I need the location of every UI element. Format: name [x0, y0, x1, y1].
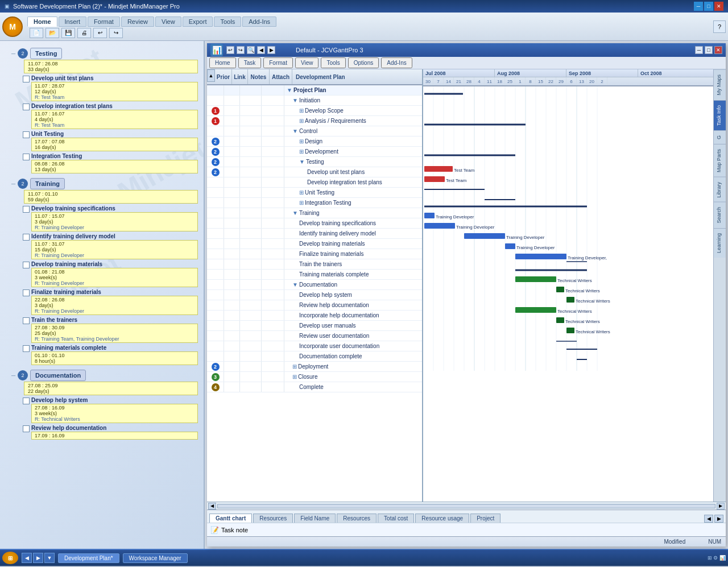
gantt-row-develop-scope[interactable]: 1 ⊞Develop Scope [207, 106, 422, 116]
gantt-row-training-specs[interactable]: Develop training specifications [207, 218, 422, 229]
gantt-task-rows[interactable]: ▼Project Plan ▼Initiation 1 [207, 85, 422, 502]
task-checkbox[interactable] [23, 398, 30, 404]
gantt-row-review-help[interactable]: Review help documentation [207, 300, 422, 311]
expand-icon[interactable]: ⊞ [299, 107, 304, 114]
gantt-row-initiation[interactable]: ▼Initiation [207, 96, 422, 106]
task-checkbox[interactable] [23, 289, 30, 296]
expand-icon[interactable]: ⊞ [299, 118, 304, 124]
gantt-row-incorporate-user-doc[interactable]: Incorporate user documentation [207, 341, 422, 351]
gantt-row-user-manuals[interactable]: Develop user manuals [207, 321, 422, 331]
testing-title[interactable]: Testing [30, 48, 62, 59]
right-tab-mymaps[interactable]: My Maps [714, 69, 726, 100]
btab-gantt-chart[interactable]: Gantt chart [209, 514, 252, 523]
task-checkbox[interactable] [23, 154, 30, 160]
taskbar-dev-plan[interactable]: Development Plan* [58, 553, 119, 563]
expand-icon[interactable]: ▼ [292, 282, 298, 288]
right-tab-mapparts[interactable]: Map Parts [714, 144, 726, 177]
right-tab-learning[interactable]: Learning [714, 228, 726, 258]
gantt-row-help-system[interactable]: Develop help system [207, 290, 422, 300]
right-tab-library[interactable]: Library [714, 177, 726, 202]
gantt-row-design[interactable]: 2 ⊞Design [207, 136, 422, 147]
expand-icon[interactable]: ▼ [299, 159, 305, 165]
bnav-prev[interactable]: ◀ [704, 515, 713, 523]
training-title[interactable]: Training [30, 178, 65, 189]
gantt-row-int-testing[interactable]: ⊞Integration Testing [207, 198, 422, 208]
gantt-tool-1[interactable]: ↩ [226, 46, 234, 54]
gantt-row-finalize-materials[interactable]: Finalize training materials [207, 249, 422, 259]
expand-icon[interactable]: ⊞ [299, 138, 304, 144]
gantt-tab-home[interactable]: Home [209, 57, 236, 68]
expand-icon[interactable]: ▼ [292, 128, 298, 134]
gantt-row-unit-test-plans[interactable]: 2 Develop unit test plans [207, 167, 422, 177]
gantt-tab-addins[interactable]: Add-Ins [381, 57, 412, 68]
gantt-row-delivery-model[interactable]: Identify training delivery model [207, 229, 422, 239]
tab-review[interactable]: Review [121, 16, 154, 27]
btab-resources-1[interactable]: Resources [253, 514, 293, 523]
btab-resource-usage[interactable]: Resource usage [415, 514, 469, 523]
expand-icon[interactable]: ⊞ [299, 200, 304, 206]
gantt-row-unit-testing[interactable]: ⊞Unit Testing [207, 188, 422, 198]
scroll-right-btn[interactable]: ▶ [717, 503, 725, 510]
tab-insert[interactable]: Insert [59, 16, 87, 27]
tool-new[interactable]: 📄 [30, 28, 43, 38]
gantt-row-project-plan[interactable]: ▼Project Plan [207, 85, 422, 96]
minimize-button[interactable]: ─ [694, 2, 703, 11]
expand-icon[interactable]: ▼ [292, 97, 298, 104]
gantt-scrollbar-h[interactable]: ◀ ▶ [207, 502, 726, 510]
gantt-row-incorporate-help[interactable]: Incorporate help documentation [207, 311, 422, 321]
gantt-tab-view[interactable]: View [295, 57, 319, 68]
task-checkbox[interactable] [23, 262, 30, 268]
tool-save[interactable]: 💾 [61, 28, 75, 38]
gantt-row-materials-complete[interactable]: Training materials complete [207, 270, 422, 280]
help-button[interactable]: ? [713, 20, 726, 33]
expand-icon[interactable]: ⊞ [299, 148, 304, 155]
tab-format[interactable]: Format [88, 16, 120, 27]
task-checkbox[interactable] [23, 131, 30, 138]
task-checkbox[interactable] [23, 317, 30, 324]
gantt-tool-5[interactable]: ▶ [267, 46, 275, 54]
tab-home[interactable]: Home [27, 16, 57, 27]
bnav-next[interactable]: ▶ [714, 515, 723, 523]
testing-collapse[interactable]: ─ [11, 51, 15, 57]
expand-icon[interactable]: ⊞ [292, 363, 297, 370]
gantt-row-deployment[interactable]: 2 ⊞Deployment [207, 362, 422, 372]
expand-icon[interactable]: ▼ [287, 87, 292, 93]
gantt-row-control[interactable]: ▼Control [207, 126, 422, 136]
tab-export[interactable]: Export [183, 16, 213, 27]
tool-undo[interactable]: ↩ [93, 28, 107, 38]
expand-icon[interactable]: ⊞ [292, 374, 297, 380]
gantt-row-train-trainers[interactable]: Train the trainers [207, 259, 422, 270]
btab-project[interactable]: Project [470, 514, 500, 523]
btab-total-cost[interactable]: Total cost [378, 514, 414, 523]
task-checkbox[interactable] [23, 234, 30, 241]
gantt-row-training-section[interactable]: ▼Training [207, 208, 422, 218]
gantt-row-documentation[interactable]: ▼Documentation [207, 280, 422, 290]
taskbar-workspace[interactable]: Workspace Manager [123, 553, 188, 563]
documentation-title[interactable]: Documentation [30, 370, 86, 381]
gantt-max-btn[interactable]: □ [705, 46, 713, 54]
nav-down[interactable]: ▼ [44, 553, 55, 563]
tool-open[interactable]: 📂 [46, 28, 59, 38]
gantt-row-doc-complete[interactable]: Documentation complete [207, 351, 422, 362]
nav-fwd[interactable]: ▶ [33, 553, 43, 563]
tab-tools[interactable]: Tools [214, 16, 241, 27]
task-checkbox[interactable] [23, 206, 30, 213]
expand-icon[interactable]: ▼ [292, 210, 298, 216]
btab-resources-2[interactable]: Resources [337, 514, 377, 523]
gantt-tool-4[interactable]: ◀ [257, 46, 265, 54]
gantt-row-testing-section[interactable]: 2 ▼Testing [207, 157, 422, 167]
scrollbar-track[interactable] [217, 504, 715, 508]
tab-view[interactable]: View [155, 16, 181, 27]
btab-field-name[interactable]: Field Name [294, 514, 336, 523]
gantt-row-review-user-doc[interactable]: Review user documentation [207, 331, 422, 341]
gantt-tool-2[interactable]: ↪ [237, 46, 245, 54]
gantt-close-btn[interactable]: ✕ [714, 46, 722, 54]
gantt-row-develop-materials[interactable]: Develop training materials [207, 239, 422, 249]
gantt-tab-options[interactable]: Options [348, 57, 379, 68]
task-checkbox[interactable] [23, 104, 30, 110]
right-tab-search[interactable]: Search [714, 202, 726, 228]
gantt-min-btn[interactable]: ─ [695, 46, 703, 54]
tab-addins[interactable]: Add-Ins [242, 16, 276, 27]
gantt-tool-3[interactable]: 🔍 [247, 46, 255, 54]
maximize-button[interactable]: □ [704, 2, 713, 11]
